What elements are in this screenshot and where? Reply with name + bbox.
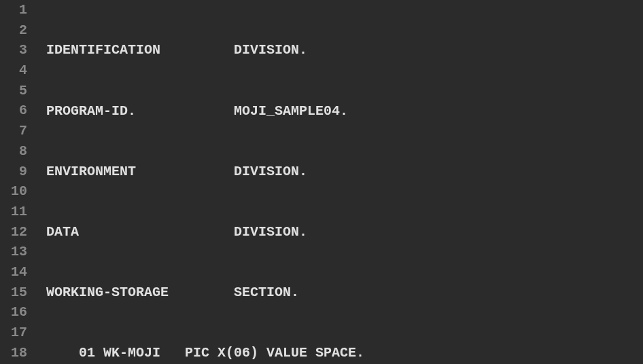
line-number: 9 (0, 162, 27, 182)
line-number: 8 (0, 141, 27, 162)
line-number: 16 (0, 302, 27, 323)
code-line[interactable]: IDENTIFICATION DIVISION. (38, 40, 643, 60)
code-area[interactable]: IDENTIFICATION DIVISION. PROGRAM-ID. MOJ… (38, 0, 643, 364)
code-line[interactable]: 01 WK-MOJI PIC X(06) VALUE SPACE. (38, 343, 643, 363)
line-number: 1 (0, 0, 27, 20)
line-number: 12 (0, 222, 27, 242)
line-number: 7 (0, 121, 27, 141)
code-line[interactable]: ENVIRONMENT DIVISION. (38, 162, 643, 182)
line-number: 15 (0, 283, 27, 303)
line-number: 14 (0, 262, 27, 283)
line-number: 18 (0, 343, 27, 363)
line-number: 13 (0, 242, 27, 262)
line-number: 17 (0, 323, 27, 343)
line-number: 10 (0, 181, 27, 202)
line-number: 11 (0, 202, 27, 222)
code-line[interactable]: PROGRAM-ID. MOJI_SAMPLE04. (38, 101, 643, 122)
code-editor[interactable]: 1 2 3 4 5 6 7 8 9 10 11 12 13 14 15 16 1… (0, 0, 643, 364)
line-number: 4 (0, 60, 27, 81)
line-number: 5 (0, 81, 27, 101)
line-number-gutter: 1 2 3 4 5 6 7 8 9 10 11 12 13 14 15 16 1… (0, 0, 38, 364)
line-number: 6 (0, 101, 27, 121)
code-line[interactable]: WORKING-STORAGE SECTION. (38, 283, 643, 303)
line-number: 2 (0, 20, 27, 41)
code-line[interactable]: DATA DIVISION. (38, 222, 643, 242)
line-number: 3 (0, 40, 27, 60)
